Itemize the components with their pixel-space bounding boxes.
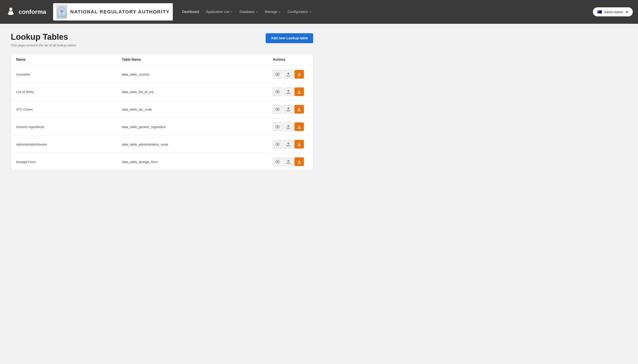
- eye-icon: [276, 143, 279, 146]
- cell-actions-2: [268, 100, 313, 118]
- table-row: List of SRAs data_table_list_of_sra: [11, 83, 313, 100]
- org-name: NATIONAL REGULATORY AUTHORITY: [71, 9, 170, 15]
- cell-tablename-1: data_table_list_of_sra: [117, 83, 268, 100]
- download-icon: [297, 125, 301, 129]
- download-button-1[interactable]: [294, 88, 304, 96]
- download-icon: [297, 72, 301, 76]
- svg-rect-5: [10, 10, 10, 12]
- svg-point-10: [277, 74, 278, 75]
- user-menu-button[interactable]: 🇦🇺 Admin Admin ▼: [593, 7, 633, 16]
- nav-manage[interactable]: Manage ▼: [262, 8, 284, 16]
- download-button-2[interactable]: [294, 105, 304, 114]
- cell-actions-5: [268, 153, 313, 170]
- add-lookup-table-button[interactable]: Add new Lookup-table: [266, 33, 313, 43]
- navbar-right: 🇦🇺 Admin Admin ▼: [593, 7, 633, 16]
- page-subtitle: This page contains the list of all looku…: [11, 44, 76, 47]
- brand-logo-link[interactable]: conforma: [5, 6, 46, 18]
- view-button-1[interactable]: [273, 88, 282, 96]
- nav-application-list[interactable]: Application List ▼: [203, 8, 236, 16]
- nav-database[interactable]: Database ▼: [237, 8, 261, 16]
- upload-button-4[interactable]: [284, 140, 293, 148]
- cell-name-4: AdministrationRoutes: [11, 136, 117, 153]
- download-button-0[interactable]: [294, 70, 304, 78]
- upload-button-5[interactable]: [284, 158, 293, 166]
- cell-tablename-5: data_table_dosage_form: [117, 153, 268, 170]
- table-row: Generic ingredients data_table_generic_i…: [11, 118, 313, 136]
- cell-name-5: Dosage Form: [11, 153, 117, 170]
- view-button-2[interactable]: [273, 105, 282, 114]
- brand-logo-icon: [5, 6, 17, 18]
- nav-configuration-arrow: ▼: [310, 11, 312, 13]
- download-button-4[interactable]: [294, 140, 304, 148]
- cell-name-1: List of SRAs: [11, 83, 117, 100]
- cell-actions-3: [268, 118, 313, 136]
- nav-manage-arrow: ▼: [279, 11, 281, 13]
- navbar: conforma NRA NATIONAL REGULATORY AUTHORI…: [0, 0, 638, 24]
- upload-icon: [287, 160, 290, 164]
- cell-tablename-3: data_table_generic_ingredient: [117, 118, 268, 136]
- cell-tablename-4: data_table_administration_route: [117, 136, 268, 153]
- col-header-actions: Actions: [268, 54, 313, 66]
- download-icon: [297, 142, 301, 146]
- cell-actions-4: [268, 136, 313, 153]
- svg-rect-3: [8, 13, 10, 14]
- svg-rect-4: [12, 13, 14, 14]
- upload-button-2[interactable]: [284, 105, 293, 114]
- svg-rect-6: [11, 10, 12, 12]
- user-flag: 🇦🇺: [597, 10, 602, 14]
- table-row: Countries data_table_country: [11, 66, 313, 83]
- svg-point-7: [60, 10, 64, 13]
- svg-point-18: [277, 144, 278, 145]
- table-header: Name Table Name Actions: [11, 54, 313, 66]
- download-button-5[interactable]: [294, 158, 304, 166]
- view-button-5[interactable]: [273, 158, 282, 166]
- eye-icon: [276, 160, 279, 163]
- table-header-row: Name Table Name Actions: [11, 54, 313, 66]
- org-block: NRA NATIONAL REGULATORY AUTHORITY: [53, 3, 173, 20]
- view-button-0[interactable]: [273, 70, 282, 78]
- eye-icon: [276, 125, 279, 128]
- cell-actions-1: [268, 83, 313, 100]
- nav-dashboard[interactable]: Dashboard: [179, 8, 202, 16]
- table-row: AdministrationRoutes data_table_administ…: [11, 136, 313, 153]
- download-icon: [297, 90, 301, 94]
- cell-actions-0: [268, 66, 313, 83]
- nav-application-list-arrow: ▼: [231, 11, 233, 13]
- upload-icon: [287, 142, 290, 146]
- eye-icon: [276, 90, 279, 93]
- page-title: Lookup Tables: [11, 32, 76, 42]
- upload-button-1[interactable]: [284, 88, 293, 96]
- col-header-name: Name: [11, 54, 117, 66]
- brand-name: conforma: [19, 8, 46, 15]
- view-button-3[interactable]: [273, 122, 282, 131]
- svg-point-14: [277, 108, 278, 110]
- table-row: Dosage Form data_table_dosage_form: [11, 153, 313, 170]
- download-icon: [297, 107, 301, 111]
- cell-name-0: Countries: [11, 66, 117, 83]
- org-logo: NRA: [56, 4, 67, 19]
- upload-icon: [287, 90, 290, 94]
- upload-button-3[interactable]: [284, 122, 293, 131]
- svg-text:NRA: NRA: [61, 14, 63, 15]
- download-icon: [297, 160, 301, 164]
- nav-database-arrow: ▼: [256, 11, 258, 13]
- lookup-tables-table: Name Table Name Actions Countries data_t…: [11, 54, 313, 170]
- upload-icon: [287, 125, 290, 129]
- download-button-3[interactable]: [294, 122, 304, 131]
- col-header-tablename: Table Name: [117, 54, 268, 66]
- upload-icon: [287, 107, 290, 111]
- lookup-tables-container: Name Table Name Actions Countries data_t…: [11, 54, 313, 170]
- eye-icon: [276, 73, 279, 76]
- upload-button-0[interactable]: [284, 70, 293, 78]
- cell-tablename-2: data_table_atc_code: [117, 100, 268, 118]
- nav-links: Dashboard Application List ▼ Database ▼ …: [179, 8, 588, 16]
- cell-tablename-0: data_table_country: [117, 66, 268, 83]
- user-name: Admin Admin: [604, 10, 623, 14]
- main-content: Lookup Tables This page contains the lis…: [0, 24, 324, 179]
- cell-name-2: ATC Codes: [11, 100, 117, 118]
- svg-point-16: [277, 126, 278, 128]
- view-button-4[interactable]: [273, 140, 282, 148]
- table-row: ATC Codes data_table_atc_code: [11, 100, 313, 118]
- page-header: Lookup Tables This page contains the lis…: [11, 32, 313, 47]
- nav-configuration[interactable]: Configuration ▼: [285, 8, 315, 16]
